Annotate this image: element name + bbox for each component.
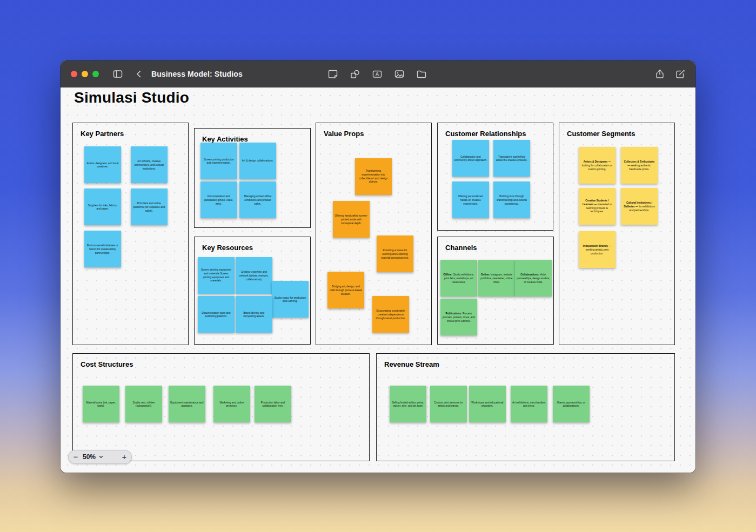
sticky-note[interactable]: Grants, sponsorships, or collaborations. — [553, 386, 590, 422]
board-title[interactable]: Simulasi Studio — [74, 89, 189, 106]
sticky-note[interactable]: Material costs (ink, paper, tools). — [83, 386, 119, 422]
sticky-note[interactable]: Artists & Designers — looking for collab… — [579, 147, 615, 184]
sticky-note-text: Marketing and online presence. — [215, 400, 249, 407]
sticky-note-text: Creative expertise and network (artists,… — [237, 270, 271, 281]
sticky-note[interactable]: Publications: Process journals, posters,… — [440, 299, 477, 335]
sticky-note[interactable]: Artists, designers, and local creatives. — [84, 146, 121, 183]
text-box-tool-icon[interactable]: A — [372, 69, 383, 79]
share-icon[interactable] — [654, 69, 665, 79]
desktop-wallpaper: Business Model: Studios A — [0, 0, 756, 532]
sticky-note[interactable]: Offering handcrafted screen-printed work… — [333, 201, 370, 238]
sticky-note[interactable]: Offline: Studio exhibitions, print fairs… — [440, 260, 477, 297]
section-title: Key Partners — [81, 130, 124, 138]
sticky-note-text: Custom print services for artists and br… — [432, 400, 465, 407]
sticky-note-text: Art schools, creative communities, and c… — [132, 159, 166, 170]
sticky-note-text: Collaborations: Artist partnerships, des… — [517, 273, 550, 284]
sticky-note[interactable]: Selling limited edition prints, poster, … — [390, 386, 426, 422]
sticky-note[interactable]: Screen printing production and experimen… — [200, 143, 237, 179]
sticky-note-lead: Independent Brands — — [583, 244, 612, 247]
toolbar: A — [327, 69, 427, 79]
sticky-note[interactable]: Documentation tools and publishing platf… — [198, 296, 235, 333]
board-canvas[interactable]: Simulasi Studio Key Partners Key Activit… — [61, 87, 695, 473]
sticky-note[interactable]: Managing online/ offline exhibitions and… — [239, 181, 276, 218]
sticky-note-text: Print fairs and online platforms (for ex… — [132, 201, 166, 212]
sticky-note[interactable]: Art & design collaborations. — [239, 143, 276, 179]
sticky-note-text: Art exhibitions, merchandise, and zines. — [512, 400, 546, 407]
sticky-note[interactable]: Suppliers for inks, fabrics, and paper. — [84, 188, 121, 225]
titlebar: Business Model: Studios A — [61, 60, 695, 88]
sticky-note[interactable]: Offering personalized, hands-on creative… — [452, 181, 489, 218]
sticky-note[interactable]: Art schools, creative communities, and c… — [131, 146, 168, 183]
zoom-window-button[interactable] — [92, 71, 99, 77]
sticky-note[interactable]: Brand identity and storytelling assets. — [236, 296, 272, 333]
freeform-window: Business Model: Studios A — [61, 60, 695, 473]
section-title: Channels — [445, 244, 477, 252]
sticky-note-text: Transforming experimentation into collec… — [357, 170, 390, 184]
section-title: Revenue Stream — [384, 360, 439, 368]
shapes-tool-icon[interactable] — [350, 69, 360, 79]
sticky-note-lead: Publications: — [446, 312, 463, 315]
sidebar-toggle-icon[interactable] — [112, 69, 123, 79]
sticky-note-lead: Offline: — [443, 273, 453, 276]
sticky-note-text: Suppliers for inks, fabrics, and paper. — [86, 203, 119, 210]
section-title: Key Activities — [202, 135, 248, 143]
back-chevron-icon[interactable] — [134, 69, 145, 79]
sticky-note-text: Equipment maintenance and upgrades. — [170, 400, 204, 407]
sticky-note-text: Providing a space for learning and explo… — [378, 248, 412, 259]
sticky-note[interactable]: Workshops and educational programs. — [469, 386, 506, 422]
sticky-note-text: Documentation tools and publishing platf… — [199, 311, 233, 318]
sticky-note-text: Material costs (ink, paper, tools). — [84, 400, 118, 407]
sticky-note[interactable]: Art exhibitions, merchandise, and zines. — [511, 386, 547, 422]
sticky-note-body: looking for collaboration or custom prin… — [582, 164, 612, 170]
sticky-note-text: Production labor and collaboration fees. — [256, 400, 290, 407]
sticky-note-lead: Collaborations: — [520, 273, 540, 276]
sticky-note[interactable]: Creative expertise and network (artists,… — [236, 257, 272, 294]
sticky-note-text: Publications: Process journals, posters,… — [442, 312, 476, 322]
sticky-note-text: Artists, designers, and local creatives. — [86, 161, 119, 168]
sticky-note[interactable]: Collaborative and community-driven appro… — [452, 140, 489, 177]
media-tool-icon[interactable] — [394, 69, 405, 79]
window-controls — [71, 71, 99, 77]
sticky-note-text: Collaborative and community-driven appro… — [454, 154, 487, 161]
minimize-window-button[interactable] — [82, 71, 88, 77]
sticky-note[interactable]: Encouraging sustainable creative indepen… — [372, 296, 409, 333]
sticky-note[interactable]: Equipment maintenance and upgrades. — [169, 386, 205, 422]
sticky-note[interactable]: Creative Students / Learners — intereste… — [579, 188, 615, 225]
svg-text:A: A — [376, 71, 379, 77]
sticky-note[interactable]: Cultural Institutions / Galleries — for … — [621, 188, 658, 225]
sticky-note[interactable]: Print fairs and online platforms (for ex… — [131, 188, 168, 225]
sticky-note[interactable]: Production labor and collaboration fees. — [255, 386, 291, 422]
sticky-note[interactable]: Online: Instagram, website portfolios, n… — [478, 260, 515, 297]
section-title: Customer Segments — [567, 130, 635, 138]
sticky-note[interactable]: Independent Brands — seeking artistic pr… — [579, 231, 615, 268]
sticky-note[interactable]: Studio rent, utilities (subscription). — [125, 386, 162, 422]
sticky-note-text: Offline: Studio exhibitions, print fairs… — [442, 273, 476, 284]
sticky-note[interactable]: Collaborations: Artist partnerships, des… — [515, 260, 552, 297]
sticky-note[interactable]: Transparent storytelling about the creat… — [493, 140, 530, 177]
zoom-menu-chevron-icon[interactable] — [97, 454, 105, 460]
sticky-note[interactable]: Marketing and online presence. — [213, 386, 250, 422]
sticky-note[interactable]: Building trust through craftsmanship and… — [493, 181, 530, 218]
sticky-note-tool-icon[interactable] — [327, 69, 338, 79]
sticky-note[interactable]: Bridging art, design, and craft through … — [327, 272, 364, 308]
zoom-in-button[interactable]: + — [117, 450, 131, 463]
sticky-note[interactable]: Studio space for production and learning… — [272, 281, 309, 318]
sticky-note[interactable]: Documentation and publication (photo, vi… — [200, 181, 237, 218]
sticky-note-text: Environmental initiatives or NGOs for su… — [86, 244, 119, 254]
sticky-note-lead: Online: — [481, 273, 491, 276]
sticky-note[interactable]: Collectors & Enthusiasts — seeking authe… — [621, 147, 658, 184]
sticky-note[interactable]: Environmental initiatives or NGOs for su… — [84, 231, 121, 267]
sticky-note[interactable]: Custom print services for artists and br… — [430, 386, 467, 422]
section-title: Cost Structures — [81, 360, 133, 368]
new-board-compose-icon[interactable] — [675, 69, 686, 79]
sticky-note[interactable]: Providing a space for learning and explo… — [377, 235, 413, 272]
sticky-note-text: Art & design collaborations. — [241, 159, 275, 163]
sticky-note[interactable]: Screen printing equipment and materials.… — [198, 257, 235, 294]
insert-folder-tool-icon[interactable] — [416, 69, 427, 79]
zoom-out-button[interactable]: − — [69, 450, 83, 463]
sticky-note[interactable]: Transforming experimentation into collec… — [355, 158, 392, 195]
sticky-note-text: Selling limited edition prints, poster, … — [391, 400, 425, 407]
sticky-note-text: Offering handcrafted screen-printed work… — [334, 214, 368, 225]
close-window-button[interactable] — [71, 71, 77, 77]
sticky-note-text: Building trust through craftsmanship and… — [495, 194, 528, 205]
